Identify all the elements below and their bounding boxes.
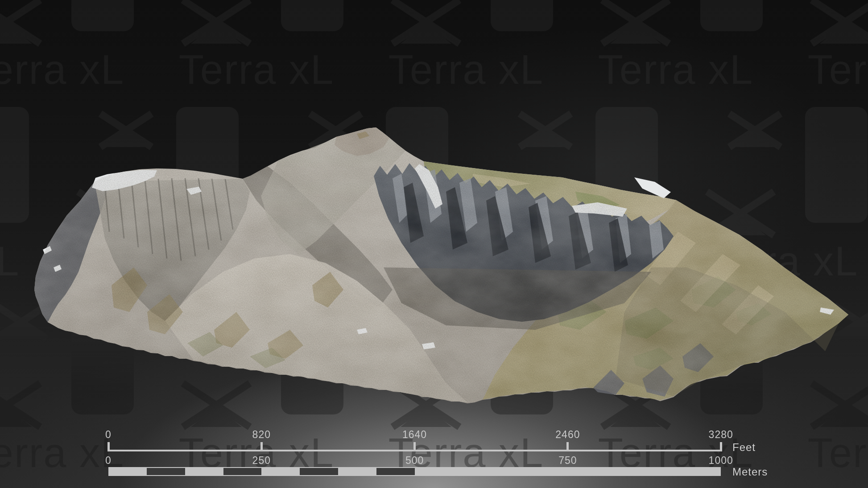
terrain-model[interactable] <box>0 0 868 488</box>
terrain-mesh <box>34 127 848 403</box>
viewer-canvas[interactable]: Terra xL Terra xL <box>0 0 868 488</box>
